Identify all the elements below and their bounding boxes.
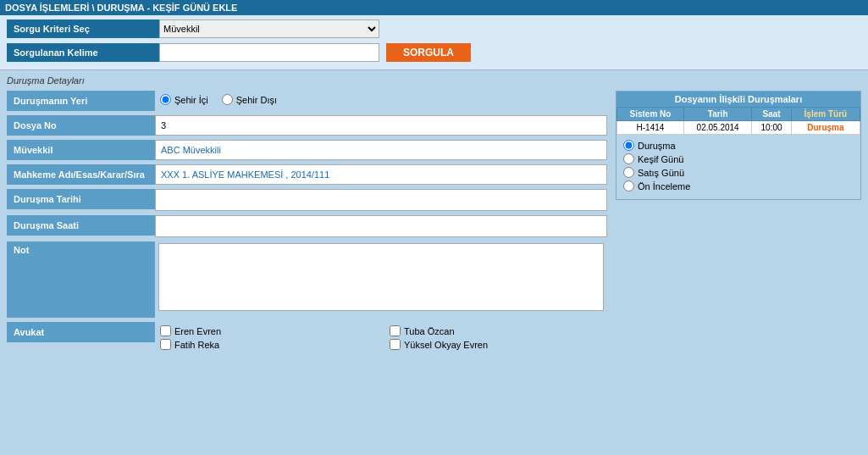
durusma-yeri-row: Duruşmanın Yeri Şehir İçi Şehir Dışı	[7, 91, 607, 111]
main-content: Duruşma Detayları Duruşmanın Yeri Şehir …	[0, 70, 868, 455]
section-title: Duruşma Detayları	[7, 75, 861, 86]
cell-tarih: 02.05.2014	[683, 121, 751, 135]
avukat-tuba-ozcan[interactable]: Tuba Özcan	[390, 325, 602, 336]
not-value	[155, 241, 607, 315]
related-hearings: Dosyanın İlişkili Duruşmaları Sistem No …	[616, 91, 861, 200]
sehir-disi-label: Şehir Dışı	[236, 95, 277, 105]
query-keyword-label: Sorgulanan Kelime	[7, 43, 159, 62]
avukat-yuksel-okyay-evren-label: Yüksel Okyay Evren	[404, 340, 488, 350]
hearings-table: Sistem No Tarih Saat İşlem Türü H-1414 0…	[616, 107, 860, 135]
not-label: Not	[7, 241, 155, 318]
type-durusma-label: Duruşma	[638, 141, 676, 151]
type-kesif-label: Keşif Günü	[638, 154, 683, 164]
cell-sistem-no: H-1414	[617, 121, 684, 135]
query-keyword-row: Sorgulanan Kelime SORGULA	[7, 42, 861, 63]
table-row[interactable]: H-1414 02.05.2014 10:00 Duruşma	[617, 121, 860, 135]
mahkeme-label: Mahkeme Adı/Esas/Karar/Sıra	[7, 164, 155, 185]
sehir-disi-option[interactable]: Şehir Dışı	[222, 94, 277, 105]
avukat-row: Avukat Eren Evren Tuba Özcan Fatih Reka	[7, 322, 607, 353]
col-islem-turu: İşlem Türü	[791, 108, 860, 121]
type-satis-label: Satış Günü	[638, 168, 684, 178]
type-satis-radio[interactable]	[623, 167, 634, 178]
query-criteria-label: Sorgu Kriteri Seç	[7, 19, 159, 38]
durusma-tarihi-label: Duruşma Tarihi	[7, 189, 155, 209]
type-kesif[interactable]: Keşif Günü	[623, 153, 854, 164]
not-row: Not	[7, 241, 607, 318]
left-form: Duruşmanın Yeri Şehir İçi Şehir Dışı Dos…	[7, 91, 607, 358]
avukat-eren-evren-checkbox[interactable]	[160, 325, 171, 336]
dosya-no-value: 3	[155, 115, 607, 136]
avukat-fatih-reka-label: Fatih Reka	[174, 340, 219, 350]
mahkeme-value: XXX 1. ASLİYE MAHKEMESİ , 2014/111	[155, 164, 607, 185]
durusma-saati-input[interactable]	[159, 218, 202, 235]
col-tarih: Tarih	[683, 108, 751, 121]
durusma-saati-row: Duruşma Saati	[7, 215, 607, 237]
muvekkil-value: ABC Müvekkili	[155, 140, 607, 160]
durusma-saati-label: Duruşma Saati	[7, 215, 155, 236]
not-textarea[interactable]	[158, 243, 604, 311]
dosya-no-row: Dosya No 3	[7, 115, 607, 136]
cell-saat: 10:00	[752, 121, 791, 135]
sehir-disi-radio[interactable]	[222, 94, 233, 105]
type-durusma[interactable]: Duruşma	[623, 140, 854, 151]
type-kesif-radio[interactable]	[623, 153, 634, 164]
avukat-yuksel-okyay-evren-checkbox[interactable]	[390, 339, 401, 350]
mahkeme-row: Mahkeme Adı/Esas/Karar/Sıra XXX 1. ASLİY…	[7, 164, 607, 185]
hearing-types: Duruşma Keşif Günü Satış Günü Ön İncelem…	[616, 135, 860, 199]
sehir-ici-option[interactable]: Şehir İçi	[160, 94, 208, 105]
col-sistem-no: Sistem No	[617, 108, 684, 121]
sehir-ici-radio[interactable]	[160, 94, 171, 105]
avukat-fatih-reka-checkbox[interactable]	[160, 339, 171, 350]
query-criteria-row: Sorgu Kriteri Seç Müvekkil	[7, 19, 861, 39]
muvekkil-row: Müvekkil ABC Müvekkili	[7, 140, 607, 160]
type-on-inceleme-label: Ön İnceleme	[638, 181, 690, 191]
query-section: Sorgu Kriteri Seç Müvekkil Sorgulanan Ke…	[0, 15, 868, 70]
type-satis[interactable]: Satış Günü	[623, 167, 854, 178]
durusma-yeri-options: Şehir İçi Şehir Dışı	[155, 91, 607, 108]
avukat-label: Avukat	[7, 322, 155, 342]
sehir-ici-label: Şehir İçi	[174, 95, 208, 105]
type-on-inceleme[interactable]: Ön İnceleme	[623, 180, 854, 191]
query-keyword-input[interactable]	[159, 43, 379, 62]
hearings-table-header: Sistem No Tarih Saat İşlem Türü	[617, 108, 860, 121]
query-criteria-select[interactable]: Müvekkil	[159, 19, 379, 38]
dosya-no-label: Dosya No	[7, 115, 155, 136]
type-on-inceleme-radio[interactable]	[623, 180, 634, 191]
avukat-grid: Eren Evren Tuba Özcan Fatih Reka Yüksel …	[155, 322, 607, 353]
type-durusma-radio[interactable]	[623, 140, 634, 151]
avukat-eren-evren-label: Eren Evren	[174, 326, 221, 336]
title-bar: DOSYA İŞLEMLERİ \ DURUŞMA - KEŞİF GÜNÜ E…	[0, 0, 868, 15]
related-hearings-title: Dosyanın İlişkili Duruşmaları	[616, 92, 860, 107]
durusma-tarihi-row: Duruşma Tarihi	[7, 189, 607, 211]
muvekkil-label: Müvekkil	[7, 140, 155, 160]
right-panel: Dosyanın İlişkili Duruşmaları Sistem No …	[616, 91, 861, 358]
title-text: DOSYA İŞLEMLERİ \ DURUŞMA - KEŞİF GÜNÜ E…	[5, 3, 237, 13]
col-saat: Saat	[752, 108, 791, 121]
cell-islem-turu: Duruşma	[791, 121, 860, 135]
avukat-fatih-reka[interactable]: Fatih Reka	[160, 339, 373, 350]
avukat-eren-evren[interactable]: Eren Evren	[160, 325, 373, 336]
form-area: Duruşmanın Yeri Şehir İçi Şehir Dışı Dos…	[7, 91, 861, 358]
sorgula-button[interactable]: SORGULA	[386, 43, 471, 62]
durusma-yeri-label: Duruşmanın Yeri	[7, 91, 155, 111]
avukat-tuba-ozcan-checkbox[interactable]	[390, 325, 401, 336]
avukat-tuba-ozcan-label: Tuba Özcan	[404, 326, 455, 336]
durusma-tarihi-input[interactable]	[159, 191, 227, 208]
avukat-yuksel-okyay-evren[interactable]: Yüksel Okyay Evren	[390, 339, 602, 350]
